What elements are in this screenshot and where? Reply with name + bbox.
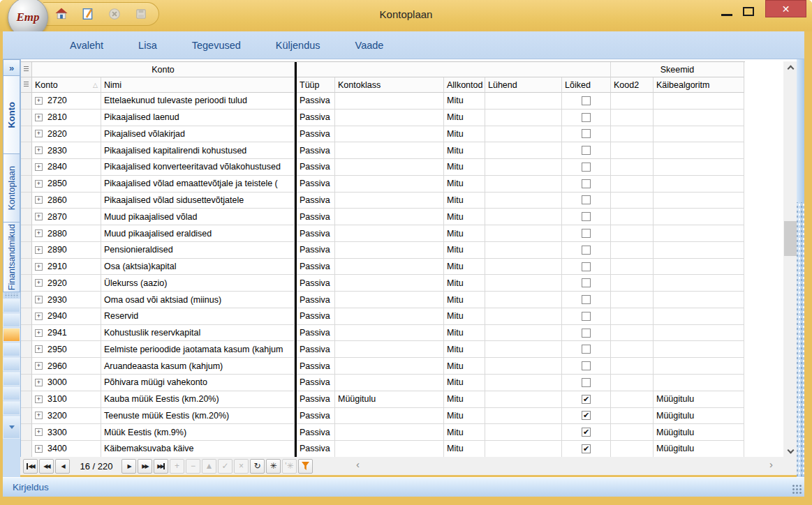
sidebar-strip[interactable] [3, 386, 20, 400]
scroll-down-icon[interactable] [783, 444, 797, 455]
table-row[interactable]: +2941Kohustuslik reservkapitalPassivaMit… [21, 325, 745, 342]
expand-plus-icon[interactable]: + [35, 97, 43, 105]
menu-tab-avaleht[interactable]: Avaleht [63, 37, 110, 54]
checkbox[interactable] [582, 246, 591, 255]
sidebar-splitter[interactable] [5, 293, 18, 298]
checkbox[interactable]: ✔ [582, 395, 591, 404]
checkbox[interactable]: ✔ [582, 428, 591, 437]
expand-plus-icon[interactable]: + [35, 163, 43, 171]
table-row[interactable]: +2920Ülekurss (aazio)PassivaMitu [21, 275, 745, 292]
band-konto[interactable]: Konto [32, 62, 295, 77]
expand-plus-icon[interactable]: + [35, 428, 43, 436]
sidebar-strip[interactable] [3, 372, 20, 386]
checkbox[interactable] [582, 345, 591, 354]
checkbox[interactable] [582, 378, 591, 387]
sidebar-strip[interactable] [3, 328, 20, 342]
table-row[interactable]: +2880Muud pikaajalised eraldisedPassivaM… [21, 225, 745, 242]
table-row[interactable]: +3000Põhivara müügi vahekontoPassivaMitu [21, 375, 745, 391]
sidebar-strip[interactable] [3, 357, 20, 371]
expand-plus-icon[interactable]: + [35, 345, 43, 353]
sidebar-strip[interactable] [3, 401, 20, 415]
table-row[interactable]: +2910Osa (aktsia)kapitalPassivaMitu [21, 259, 745, 276]
expand-plus-icon[interactable]: + [35, 146, 43, 154]
close-button[interactable]: ✕ [765, 0, 806, 17]
maximize-button[interactable] [741, 6, 755, 17]
sidebar-tab-finantsandmikud[interactable]: Finantsandmikud [3, 223, 20, 292]
expand-plus-icon[interactable]: + [35, 395, 43, 403]
column-chooser-icon[interactable] [21, 77, 32, 93]
expand-plus-icon[interactable]: + [35, 445, 43, 453]
checkbox[interactable] [582, 361, 591, 370]
checkbox[interactable] [582, 163, 591, 172]
resize-grip-icon[interactable] [792, 485, 802, 495]
expand-plus-icon[interactable]: + [35, 246, 43, 254]
hscroll-right-icon[interactable]: › [769, 458, 773, 470]
expand-plus-icon[interactable]: + [35, 362, 43, 370]
table-row[interactable]: +2930Oma osad või aktsiad (miinus)Passiv… [21, 292, 745, 308]
table-row[interactable]: +2940ReservidPassivaMitu [21, 308, 745, 325]
vertical-scrollbar[interactable] [783, 61, 797, 457]
band-skeemid[interactable]: Skeemid [611, 62, 744, 77]
nav-last-button[interactable]: ▶▶ [154, 459, 168, 474]
expand-plus-icon[interactable]: + [35, 412, 43, 419]
table-row[interactable]: +2810Pikaajalised laenudPassivaMitu [21, 110, 745, 126]
table-row[interactable]: +2830Pikaajalised kapitalirendi kohustus… [21, 142, 745, 159]
expand-plus-icon[interactable]: + [35, 279, 43, 287]
expand-plus-icon[interactable]: + [35, 329, 43, 337]
checkbox[interactable] [582, 329, 591, 338]
nav-filter-button[interactable] [298, 459, 313, 474]
edit-icon[interactable] [81, 7, 95, 21]
table-row[interactable]: +2960Aruandeaasta kasum (kahjum)PassivaM… [21, 358, 745, 375]
checkbox[interactable] [582, 295, 591, 304]
table-row[interactable]: +2850Pikaajalised võlad emaattevõtjale j… [21, 176, 745, 193]
column-header-lyhend[interactable]: Lühend [485, 77, 562, 93]
column-header-tyyp[interactable]: Tüüp [297, 77, 335, 93]
menu-tab-küljendus[interactable]: Küljendus [269, 37, 327, 54]
sidebar-strip[interactable] [3, 299, 20, 312]
sidebar-strip[interactable] [3, 342, 20, 356]
column-header-kaibealgoritm[interactable]: Käibealgoritm [654, 77, 744, 93]
table-row[interactable]: +2840Pikaajalised konverteeritavad võlak… [21, 159, 745, 176]
expand-plus-icon[interactable]: + [35, 180, 43, 188]
table-row[interactable]: +3400Käibemaksuvaba käivePassivaMitu✔Müü… [21, 441, 745, 458]
checkbox[interactable] [582, 278, 591, 287]
menu-tab-tegevused[interactable]: Tegevused [185, 37, 248, 54]
column-header-allkontod[interactable]: Allkontod [444, 77, 485, 93]
checkbox[interactable] [582, 96, 591, 105]
menu-tab-lisa[interactable]: Lisa [131, 37, 164, 54]
nav-prev-page-button[interactable]: ◀◀ [39, 459, 54, 474]
expand-plus-icon[interactable]: + [35, 379, 43, 386]
nav-first-button[interactable]: ◀◀ [23, 459, 38, 474]
nav-next-button[interactable]: ▶ [121, 459, 136, 474]
nav-filter-all-button[interactable]: ✳ [266, 459, 281, 474]
column-header-loiked[interactable]: Lõiked [562, 77, 611, 93]
checkbox[interactable] [582, 262, 591, 271]
checkbox[interactable] [582, 229, 591, 238]
column-header-kontoklass[interactable]: Kontoklass [335, 77, 444, 93]
checkbox[interactable]: ✔ [582, 444, 591, 453]
column-header-nimi[interactable]: Nimi [101, 77, 295, 93]
table-row[interactable]: +3200Teenuste müük Eestis (km.20%)Passiv… [21, 408, 745, 425]
sidebar-tab-konto[interactable]: Konto [3, 76, 20, 154]
table-row[interactable]: +2950Eelmiste perioodide jaotamata kasum… [21, 341, 745, 358]
nav-prev-button[interactable]: ◀ [55, 459, 70, 474]
checkbox[interactable] [582, 113, 591, 122]
table-row[interactable]: +3100Kauba müük Eestis (km.20%)PassivaMü… [21, 391, 745, 408]
sidebar-strip[interactable] [3, 313, 20, 327]
scroll-up-icon[interactable] [783, 63, 797, 74]
table-row[interactable]: +2860Pikaajalised võlad sidusettevõtjate… [21, 193, 745, 209]
nav-next-page-button[interactable]: ▶▶ [138, 459, 152, 474]
expand-plus-icon[interactable]: + [35, 296, 43, 303]
column-chooser-icon[interactable] [21, 62, 32, 77]
expand-plus-icon[interactable]: + [35, 130, 43, 137]
checkbox[interactable] [582, 195, 591, 204]
expand-plus-icon[interactable]: + [35, 263, 43, 271]
column-header-konto[interactable]: Konto△ [32, 77, 101, 93]
nav-refresh-button[interactable]: ↻ [250, 459, 265, 474]
home-icon[interactable] [54, 7, 68, 21]
table-row[interactable]: +2720Ettelaekunud tulevaste perioodi tul… [21, 93, 745, 110]
checkbox[interactable] [582, 146, 591, 155]
minimize-button[interactable] [719, 13, 735, 17]
checkbox[interactable] [582, 179, 591, 188]
expand-plus-icon[interactable]: + [35, 114, 43, 121]
